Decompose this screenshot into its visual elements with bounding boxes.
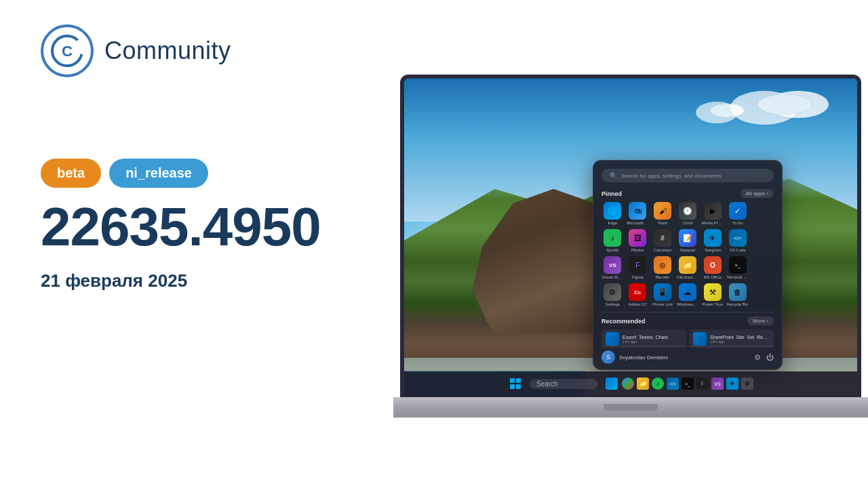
app-label: Clock [682, 221, 692, 225]
list-item[interactable]: 🕐 Clock [677, 202, 699, 225]
notepad-icon: 📝 [679, 229, 696, 247]
app-label: Telegram [705, 248, 722, 252]
powertoys-icon: ⚒ [704, 283, 722, 301]
taskbar-explorer-icon[interactable]: 📁 [637, 378, 649, 390]
taskbar-terminal-icon[interactable]: >_ [682, 378, 694, 390]
settings-footer-icon[interactable]: ⚙ [754, 353, 761, 362]
list-item[interactable]: O MS Office [701, 256, 724, 279]
list-item[interactable]: ⚒ Power Toys [701, 283, 724, 306]
list-item [751, 283, 774, 306]
start-button[interactable] [508, 376, 523, 391]
list-item[interactable]: ✈ Telegram [701, 229, 724, 252]
list-item[interactable]: F Figma [627, 256, 649, 279]
rec-item-name-2: SharePoint_Site_Set_Read_Only_All [710, 335, 768, 340]
app-label: File Explorer [677, 275, 698, 279]
win-grid-tr [516, 378, 521, 383]
list-item[interactable]: # Calculator [652, 229, 674, 252]
rec-file-icon [606, 332, 619, 346]
taskbar-figma-icon[interactable]: F [696, 378, 709, 390]
rec-file-icon-2 [693, 332, 707, 346]
list-item[interactable]: ☁ Windows 365 [677, 283, 699, 306]
rec-item-name: Export_Teams_Chats [623, 335, 668, 340]
list-item[interactable]: ◎ Blender [652, 256, 674, 279]
placeholder-icon-4 [754, 283, 772, 301]
user-name: Svyatoslav Demidov [619, 354, 668, 361]
list-item[interactable]: 🖼 Photos [627, 229, 649, 252]
recommended-section: Recommended More › Export_Teams_Chats 14… [601, 312, 774, 348]
release-date: 21 февраля 2025 [41, 270, 400, 291]
app-label: Paint [658, 221, 667, 225]
list-item[interactable]: 🌐 Edge [601, 202, 624, 225]
ms-store-icon: 🛍 [629, 202, 646, 220]
placeholder-icon-2 [754, 229, 772, 247]
pinned-apps-row4: ⚙ Settings Cc Adobe CC 📱 Phone Link [601, 283, 774, 306]
power-icon[interactable]: ⏻ [766, 353, 774, 362]
list-item[interactable]: >_ Terminal Preview [726, 256, 749, 279]
clock-icon: 🕐 [679, 202, 696, 220]
list-item[interactable]: Cc Adobe CC [627, 283, 649, 306]
beta-badge: beta [41, 159, 101, 188]
pinned-header: Pinned All apps › [601, 189, 774, 198]
taskbar-settings-icon[interactable]: ⚙ [741, 378, 753, 390]
app-label: MS Office [704, 275, 722, 279]
list-item[interactable]: VS Visual Studio [601, 256, 624, 279]
community-logo-icon: C [41, 24, 94, 77]
list-item[interactable]: ⚙ Settings [601, 283, 624, 306]
app-label: Settings [606, 302, 620, 306]
laptop-base [393, 397, 868, 418]
avatar: S [601, 350, 615, 364]
search-placeholder-text: Search for apps, settings, and documents [621, 173, 722, 179]
windows-logo-icon [510, 378, 521, 389]
placeholder-icon [754, 202, 772, 220]
brand-name: Community [104, 37, 231, 65]
left-panel: C Community beta ni_release 22635.4950 2… [0, 0, 441, 488]
taskbar-vscode-icon[interactable]: </> [667, 378, 679, 390]
list-item[interactable]: 📝 Notepad [677, 229, 699, 252]
app-label: Blender [656, 275, 670, 279]
app-label: Calculator [654, 248, 672, 252]
laptop-notch [604, 404, 658, 411]
search-icon: 🔍 [610, 172, 617, 179]
windows365-icon: ☁ [679, 283, 696, 301]
todo-icon: ✓ [729, 202, 747, 220]
pinned-label: Pinned [601, 190, 622, 197]
phone-link-icon: 📱 [654, 283, 671, 301]
list-item[interactable]: ✓ To Do [726, 202, 749, 225]
logo-area: C Community [41, 24, 400, 77]
win-grid-br [516, 384, 521, 389]
list-item[interactable]: ♪ Spotify [601, 229, 624, 252]
rec-item-text: Export_Teams_Chats 14h ago [623, 335, 668, 344]
app-label: Media Player [702, 221, 724, 225]
list-item[interactable]: </> VS Code [726, 229, 749, 252]
recycle-bin-icon: 🗑 [729, 283, 747, 301]
start-menu-footer: S Svyatoslav Demidov ⚙ ⏻ [601, 346, 774, 364]
app-label: Microsoft Store [627, 221, 648, 225]
list-item[interactable]: 🖌 Paint [652, 202, 674, 225]
photos-icon: 🖼 [629, 229, 646, 247]
list-item[interactable]: 📁 File Explorer [677, 256, 699, 279]
more-button[interactable]: More › [747, 317, 774, 325]
list-item[interactable]: 🛍 Microsoft Store [627, 202, 649, 225]
spotify-icon: ♪ [604, 229, 621, 247]
terminal-icon: >_ [729, 256, 747, 274]
taskbar: Search 📁 ♪ </> >_ F VS ✈ ⚙ [404, 371, 857, 396]
taskbar-search-text: Search [536, 380, 558, 388]
taskbar-telegram-icon[interactable]: ✈ [726, 378, 738, 390]
list-item[interactable]: 📱 Phone Link [652, 283, 674, 306]
list-item[interactable]: 🗑 Recycle Bin [726, 283, 749, 306]
taskbar-search[interactable]: Search [530, 379, 597, 389]
pinned-apps-row3: VS Visual Studio F Figma ◎ Blender [601, 256, 774, 279]
desktop-background: 🔍 Search for apps, settings, and documen… [404, 79, 857, 396]
taskbar-chrome-icon[interactable] [622, 378, 634, 390]
recommended-label: Recommended [601, 318, 646, 325]
taskbar-edge-icon[interactable] [606, 378, 618, 390]
win-grid-tl [510, 378, 515, 383]
taskbar-vs-icon[interactable]: VS [711, 378, 724, 390]
laptop-mockup: 🔍 Search for apps, settings, and documen… [400, 75, 861, 454]
taskbar-spotify-taskbar-icon[interactable]: ♪ [652, 378, 664, 390]
all-apps-button[interactable]: All apps › [741, 189, 774, 198]
app-label: Spotify [606, 248, 618, 252]
list-item[interactable]: ▶ Media Player [701, 202, 724, 225]
user-info: S Svyatoslav Demidov [601, 350, 668, 364]
start-menu-search[interactable]: 🔍 Search for apps, settings, and documen… [601, 169, 774, 182]
